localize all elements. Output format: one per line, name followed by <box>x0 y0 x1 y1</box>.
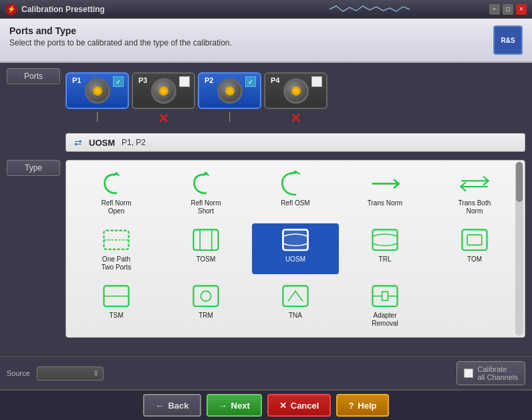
refl-osm-icon <box>279 170 311 198</box>
back-arrow-icon: ← <box>155 401 164 411</box>
trl-label: TRL <box>379 255 392 264</box>
knob-circle-p2 <box>217 78 243 104</box>
type-item-trl[interactable]: TRL <box>342 223 428 274</box>
port-knob-p1[interactable]: P1 ✓ <box>65 72 129 109</box>
type-item-one-path[interactable]: One PathTwo Ports <box>73 223 160 274</box>
type-grid: Refl NormOpen Refl NormShort <box>73 167 518 330</box>
trans-norm-label: Trans Norm <box>368 199 402 207</box>
ports-label: Ports <box>7 68 60 84</box>
uosm-icon: ⇄ <box>74 137 82 148</box>
knob-center-p4 <box>291 86 301 96</box>
refl-norm-open-icon <box>100 170 132 198</box>
title-bar: ⚡ Calibration Presetting − □ × <box>0 0 532 19</box>
svg-rect-8 <box>372 230 397 251</box>
next-label: Next <box>231 401 250 411</box>
tsm-icon <box>100 282 132 310</box>
close-button[interactable]: × <box>516 4 527 15</box>
type-scrollbar[interactable] <box>515 162 523 336</box>
port-knob-p2[interactable]: P2 ✓ <box>198 72 261 109</box>
ports-container: P1 ✓ | P3 <box>65 68 525 130</box>
cancel-x-icon: ✕ <box>279 401 287 411</box>
app-icon: ⚡ <box>5 3 17 15</box>
type-item-refl-norm-open[interactable]: Refl NormOpen <box>73 167 160 218</box>
port-check-p2[interactable]: ✓ <box>245 76 256 87</box>
svg-point-13 <box>201 291 211 301</box>
type-item-trans-norm-both[interactable]: Trans BothNorm <box>431 167 518 218</box>
uosm-type-icon <box>279 226 311 254</box>
port-label-p4: P4 <box>271 76 279 84</box>
next-arrow-icon: → <box>219 401 227 411</box>
port-check-p4[interactable] <box>311 76 322 87</box>
tosm-label: TOSM <box>196 255 216 264</box>
help-icon: ? <box>348 401 354 411</box>
port-item-p2[interactable]: P2 ✓ | <box>198 72 261 122</box>
port-check-p3[interactable] <box>179 76 190 87</box>
port-x-p4: ✕ <box>290 110 301 126</box>
type-section: Type Refl NormOpen <box>0 157 532 356</box>
refl-norm-open-label: Refl NormOpen <box>101 199 131 215</box>
svg-rect-14 <box>283 286 307 307</box>
ports-inner: P1 ✓ | P3 <box>65 68 525 154</box>
type-item-uosm[interactable]: UOSM <box>252 223 339 274</box>
adapter-icon <box>369 282 401 310</box>
type-item-trm[interactable]: TRM <box>162 280 249 330</box>
uosm-bar[interactable]: ⇄ UOSM P1, P2 <box>65 133 525 152</box>
port-x-p3: ✕ <box>158 110 169 126</box>
svg-rect-6 <box>193 230 218 251</box>
type-item-tna[interactable]: TNA <box>252 280 339 330</box>
type-item-tom[interactable]: TOM <box>431 223 518 274</box>
trans-norm-both-label: Trans BothNorm <box>458 199 491 215</box>
title-bar-text: Calibration Presetting <box>21 5 250 14</box>
source-label: Source <box>7 369 30 377</box>
type-label: Type <box>7 160 60 176</box>
type-item-tosm[interactable]: TOSM <box>162 223 249 274</box>
tosm-icon <box>190 226 222 254</box>
type-item-adapter[interactable]: AdapterRemoval <box>342 280 428 330</box>
knob-center-p1 <box>93 86 102 96</box>
bottom-bar: Source ⇕ Calibrateall Channels <box>0 356 532 389</box>
refl-osm-label: Refl OSM <box>281 199 309 207</box>
port-item-p4[interactable]: P4 ✕ <box>264 72 327 126</box>
maximize-button[interactable]: □ <box>503 4 513 15</box>
title-wave <box>255 5 484 14</box>
calibrate-checkbox[interactable] <box>464 369 473 378</box>
one-path-icon <box>100 226 132 254</box>
calibrate-label: Calibrateall Channels <box>477 365 518 381</box>
cancel-button[interactable]: ✕ Cancel <box>267 394 331 417</box>
window-controls: − □ × <box>489 4 527 15</box>
type-item-refl-norm-short[interactable]: Refl NormShort <box>162 167 249 218</box>
knob-circle-p1 <box>85 78 110 104</box>
refl-norm-short-label: Refl NormShort <box>190 199 221 215</box>
tna-icon <box>279 282 311 310</box>
knob-center-p3 <box>159 86 168 96</box>
calibrate-button[interactable]: Calibrateall Channels <box>456 361 525 385</box>
adapter-label: AdapterRemoval <box>372 312 398 328</box>
type-item-refl-osm[interactable]: Refl OSM <box>252 167 339 218</box>
next-button[interactable]: → Next <box>207 394 262 417</box>
help-label: Help <box>358 401 376 411</box>
port-label-p1: P1 <box>72 76 81 84</box>
footer: ← Back → Next ✕ Cancel ? Help <box>0 389 532 420</box>
port-connector-p1: | <box>96 110 98 122</box>
trm-icon <box>190 282 222 310</box>
port-check-p1[interactable]: ✓ <box>113 76 124 87</box>
back-button[interactable]: ← Back <box>143 394 201 417</box>
knob-circle-p4 <box>283 78 309 104</box>
port-item-p3[interactable]: P3 ✕ <box>132 72 195 126</box>
source-stepper-icon[interactable]: ⇕ <box>93 369 99 378</box>
trans-norm-both-icon <box>458 170 491 198</box>
source-input[interactable]: ⇕ <box>37 366 104 381</box>
help-button[interactable]: ? Help <box>336 394 388 417</box>
svg-rect-10 <box>467 235 482 245</box>
uosm-name: UOSM <box>89 138 115 148</box>
type-item-tsm[interactable]: TSM <box>73 280 160 330</box>
port-item-p1[interactable]: P1 ✓ | <box>65 72 129 122</box>
trans-norm-icon <box>369 170 401 198</box>
uosm-ports: P1, P2 <box>122 138 146 147</box>
port-knob-p4[interactable]: P4 <box>264 72 327 109</box>
header-section: Ports and Type Select the ports to be ca… <box>0 19 532 63</box>
port-knob-p3[interactable]: P3 <box>132 72 195 109</box>
minimize-button[interactable]: − <box>489 4 500 15</box>
port-label-p2: P2 <box>205 76 213 84</box>
type-item-trans-norm[interactable]: Trans Norm <box>342 167 428 218</box>
